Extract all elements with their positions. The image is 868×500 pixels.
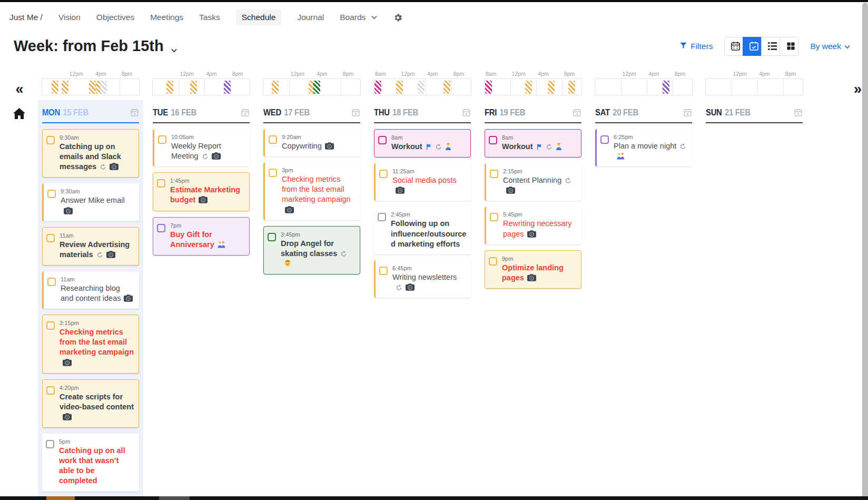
timeline-gridline xyxy=(732,79,732,95)
task-checkbox[interactable] xyxy=(47,278,56,286)
task-checkbox[interactable] xyxy=(269,169,277,177)
task-card[interactable]: 9pmOptimize landing pages xyxy=(485,250,581,289)
task-content: 3:15pmChecking metrics from the last ema… xyxy=(60,320,134,368)
task-checkbox[interactable] xyxy=(269,135,277,144)
previous-week-button[interactable]: « xyxy=(0,82,38,96)
home-icon[interactable] xyxy=(0,108,38,121)
task-checkbox[interactable] xyxy=(157,224,165,232)
task-card[interactable]: 4:20pmCreate scripts for video-based con… xyxy=(42,379,139,428)
timeline-gridline xyxy=(451,79,452,95)
list-view-button[interactable] xyxy=(761,37,780,56)
task-checkbox[interactable] xyxy=(46,440,54,448)
task-card[interactable]: 2:15pmContent Planning xyxy=(485,163,581,201)
task-checkbox[interactable] xyxy=(268,233,276,241)
task-checkbox[interactable] xyxy=(46,234,55,242)
task-card[interactable]: 11amResearching blog and content ideas xyxy=(42,271,139,309)
task-card[interactable]: 9:20amCopywriting xyxy=(263,129,360,156)
task-checkbox[interactable] xyxy=(47,190,56,198)
timeline-bar xyxy=(272,81,279,94)
next-week-button[interactable]: » xyxy=(854,82,861,96)
nav-item-boards[interactable]: Boards xyxy=(340,13,377,22)
task-card[interactable]: 3pmChecking metrics from the last email … xyxy=(263,162,360,220)
task-card[interactable]: 11amReview Advertising materials xyxy=(42,227,139,266)
day-column-fri: 8am12pm4pm8pmFRI19 FEB8amWorkout2:15pmCo… xyxy=(480,71,586,496)
task-title: Weekly Report Meeting xyxy=(171,141,245,161)
day-date: 21 FEB xyxy=(725,107,751,117)
nav-item-meetings[interactable]: Meetings xyxy=(150,13,183,22)
day-column-thu: 8am12pm4pm8pmTHU18 FEB8amWorkout11:25amS… xyxy=(370,71,475,496)
timeline-bar xyxy=(62,81,68,94)
calendar-view-button[interactable] xyxy=(724,37,743,56)
camera-icon xyxy=(527,274,536,281)
add-task-icon[interactable] xyxy=(794,108,803,117)
day-date: 18 FEB xyxy=(392,107,418,117)
tick-label: 8pm xyxy=(122,71,132,77)
task-checkbox[interactable] xyxy=(489,257,497,266)
timeline-bar xyxy=(443,81,450,94)
settings-gear-button[interactable] xyxy=(393,13,403,23)
viewcalcheck-icon xyxy=(749,41,759,51)
camera-icon xyxy=(506,187,515,194)
timeline-bar xyxy=(485,81,492,94)
timeline-bar xyxy=(663,81,669,94)
task-card[interactable]: 6:45pmWriting newsletters xyxy=(374,260,471,298)
add-task-icon[interactable] xyxy=(351,108,360,117)
breadcrumb[interactable]: Just Me / xyxy=(9,13,43,22)
add-task-icon[interactable] xyxy=(462,108,471,117)
task-card[interactable]: 5:45pmRewriting necessary pages xyxy=(485,207,581,244)
task-card[interactable]: 7pmBuy Gift for Anniversary xyxy=(153,217,250,256)
task-card[interactable]: 1:45pmEstimate Marketing budget xyxy=(153,172,250,211)
tick-label: 12pm xyxy=(180,71,194,77)
day-date: 20 FEB xyxy=(613,107,638,117)
task-checkbox[interactable] xyxy=(490,170,498,178)
task-checkbox[interactable] xyxy=(157,179,165,188)
task-time: 5pm xyxy=(59,438,135,445)
task-card[interactable]: 8amWorkout xyxy=(374,129,471,158)
task-time: 1:45pm xyxy=(170,178,245,184)
day-header-text: SAT20 FEB xyxy=(595,107,638,117)
task-checkbox[interactable] xyxy=(46,136,55,144)
vertical-scrollbar[interactable] xyxy=(862,3,868,500)
task-checkbox[interactable] xyxy=(379,170,388,178)
task-checkbox[interactable] xyxy=(489,136,497,144)
task-card[interactable]: 6:25pmPlan a movie night xyxy=(595,129,692,166)
task-card[interactable]: 5pmCatching up on all work that wasn’t a… xyxy=(42,434,139,492)
nav-item-journal[interactable]: Journal xyxy=(297,13,324,22)
task-checkbox[interactable] xyxy=(600,135,609,144)
nav-item-schedule[interactable]: Schedule xyxy=(236,9,282,25)
nav-item-objectives[interactable]: Objectives xyxy=(96,13,134,22)
task-time: 11am xyxy=(61,276,135,282)
timeline-gridline xyxy=(426,79,426,95)
task-checkbox[interactable] xyxy=(46,386,55,395)
task-card[interactable]: 8amWorkout xyxy=(485,129,581,158)
task-checkbox[interactable] xyxy=(490,213,498,221)
task-checkbox[interactable] xyxy=(378,213,386,221)
task-checkbox[interactable] xyxy=(46,321,55,330)
grid-view-button[interactable] xyxy=(780,37,798,56)
task-checkbox[interactable] xyxy=(158,135,166,144)
add-task-icon[interactable] xyxy=(683,108,692,117)
task-card[interactable]: 9:30amCatching up on emails and Slack me… xyxy=(42,129,139,178)
task-card[interactable]: 11:25amSocial media posts xyxy=(374,163,471,201)
task-card[interactable]: 3:15pmChecking metrics from the last ema… xyxy=(42,315,139,374)
task-checkbox[interactable] xyxy=(378,136,387,144)
week-title-dropdown[interactable]: Week: from Feb 15th xyxy=(14,36,177,56)
schedule-view-button[interactable] xyxy=(743,37,762,56)
nav-item-label: Journal xyxy=(297,13,324,22)
by-week-dropdown[interactable]: By week xyxy=(810,42,850,51)
nav-item-vision[interactable]: Vision xyxy=(58,13,81,22)
add-task-icon[interactable] xyxy=(130,108,139,117)
nav-item-tasks[interactable]: Tasks xyxy=(199,13,220,22)
task-card[interactable]: 9:30amAnswer Mike email xyxy=(42,183,139,221)
add-task-icon[interactable] xyxy=(241,108,250,117)
add-task-icon[interactable] xyxy=(573,108,581,117)
day-header-wed: WED17 FEB xyxy=(263,103,360,123)
timeline-box xyxy=(373,79,471,95)
day-header-text: SUN21 FEB xyxy=(706,107,751,117)
task-checkbox[interactable] xyxy=(379,267,388,275)
task-card[interactable]: 10:05amWeekly Report Meeting xyxy=(153,129,250,166)
task-card[interactable]: 3:45pmDrop Angel for skating classes xyxy=(263,226,360,274)
filters-button[interactable]: Filters xyxy=(679,42,713,51)
day-cards: 8amWorkout11:25amSocial media posts2:45p… xyxy=(370,123,475,496)
task-card[interactable]: 2:45pmFollowing up on influencer/outsour… xyxy=(374,207,471,254)
